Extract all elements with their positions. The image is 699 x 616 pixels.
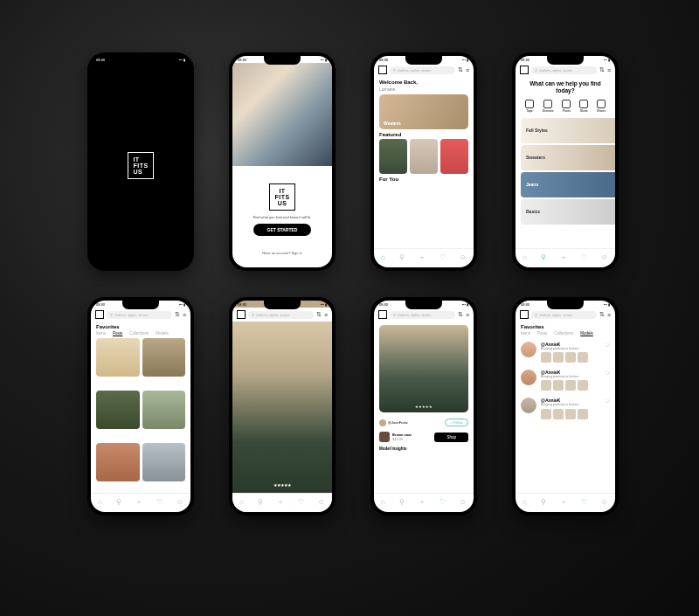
tab-user[interactable]: ☺ — [176, 498, 183, 506]
collection-strip[interactable]: Jeans — [521, 172, 615, 197]
featured-card[interactable] — [410, 139, 438, 174]
collection-strip[interactable]: Sweaters — [521, 145, 615, 170]
tab-models[interactable]: Models — [156, 331, 169, 336]
post-thumb[interactable] — [142, 391, 186, 429]
brand-icon[interactable] — [520, 310, 529, 319]
heart-icon[interactable]: ♡ — [605, 342, 610, 349]
search-input[interactable]: ⚲ clothes, styles, stores — [531, 311, 597, 319]
category-shoes[interactable]: Shoes — [597, 100, 606, 113]
tab-search[interactable]: ⚲ — [541, 253, 546, 261]
tab-user[interactable]: ☺ — [460, 253, 467, 261]
menu-icon[interactable]: ≡ — [183, 312, 186, 318]
search-input[interactable]: ⚲ clothes, styles, stores — [107, 311, 172, 319]
category-row: Tops Dresses Pants Skirts Shoes — [516, 100, 615, 116]
sign-in-link[interactable]: Have an account? Sign in — [232, 251, 332, 255]
follow-button[interactable]: + Follow — [445, 419, 468, 426]
post-image[interactable]: ★★★★★ — [232, 322, 332, 493]
tab-heart[interactable]: ♡ — [156, 498, 163, 506]
featured-card[interactable] — [440, 139, 468, 174]
category-pants[interactable]: Pants — [562, 100, 571, 113]
brand-icon[interactable] — [95, 310, 104, 319]
shop-button[interactable]: Shop — [434, 433, 468, 442]
tab-heart[interactable]: ♡ — [581, 253, 587, 261]
tab-items[interactable]: Items — [96, 331, 106, 336]
tab-collections[interactable]: Collections — [554, 331, 573, 336]
hero-card[interactable]: Western — [379, 94, 468, 129]
category-dresses[interactable]: Dresses — [543, 100, 554, 113]
tab-heart[interactable]: ♡ — [439, 253, 446, 261]
tab-home[interactable]: ⌂ — [381, 498, 385, 506]
tab-add[interactable]: ＋ — [419, 497, 426, 507]
tab-posts[interactable]: Posts — [113, 331, 122, 336]
filter-icon[interactable]: ⇅ — [316, 311, 322, 318]
tab-search[interactable]: ⚲ — [399, 253, 405, 261]
category-skirts[interactable]: Skirts — [579, 100, 588, 113]
search-input[interactable]: ⚲ clothes, styles, stores — [248, 311, 314, 319]
model-row[interactable]: @AnnieKBringing positivity to fashion ♡ — [516, 366, 615, 394]
category-tops[interactable]: Tops — [525, 100, 534, 113]
tab-search[interactable]: ⚲ — [116, 498, 121, 506]
post-thumb[interactable] — [96, 443, 140, 481]
brand-logo: ITFITSUS — [269, 183, 294, 211]
tab-search[interactable]: ⚲ — [541, 498, 546, 506]
tab-collections[interactable]: Collections — [129, 331, 149, 336]
tab-add[interactable]: ＋ — [560, 253, 567, 262]
tab-home[interactable]: ⌂ — [239, 498, 244, 506]
filter-icon[interactable]: ⇅ — [458, 311, 463, 318]
menu-icon[interactable]: ≡ — [607, 312, 611, 318]
model-row[interactable]: @AnnieKBringing positivity to fashion ♡ — [516, 394, 615, 422]
heart-icon[interactable]: ♡ — [605, 370, 610, 377]
filter-icon[interactable]: ⇅ — [599, 311, 605, 318]
menu-icon[interactable]: ≡ — [324, 312, 328, 318]
tab-add[interactable]: ＋ — [560, 497, 567, 507]
user-avatar[interactable] — [379, 419, 386, 426]
tab-search[interactable]: ⚲ — [258, 498, 263, 506]
tab-home[interactable]: ⌂ — [523, 253, 527, 261]
brand-icon[interactable] — [378, 66, 387, 74]
tab-user[interactable]: ☺ — [460, 498, 467, 506]
heart-icon[interactable]: ♡ — [605, 398, 610, 405]
tab-add[interactable]: ＋ — [277, 497, 284, 507]
tab-home[interactable]: ⌂ — [98, 498, 102, 506]
tab-add[interactable]: ＋ — [135, 497, 142, 507]
tab-models[interactable]: Models — [580, 331, 593, 336]
collection-strip[interactable]: Fall Styles — [521, 118, 615, 143]
post-thumb[interactable] — [96, 338, 140, 377]
menu-icon[interactable]: ≡ — [607, 67, 611, 73]
user-handle[interactable]: @JoanFranc — [388, 420, 408, 425]
tab-home[interactable]: ⌂ — [381, 253, 385, 261]
tab-heart[interactable]: ♡ — [581, 498, 587, 506]
tab-heart[interactable]: ♡ — [439, 498, 446, 506]
post-thumb[interactable] — [96, 391, 140, 429]
tab-user[interactable]: ☺ — [601, 253, 608, 261]
search-input[interactable]: ⚲ clothes, styles, stores — [390, 311, 455, 319]
tab-add[interactable]: ＋ — [419, 253, 426, 262]
filter-icon[interactable]: ⇅ — [175, 311, 180, 318]
filter-icon[interactable]: ⇅ — [599, 66, 605, 73]
model-row[interactable]: @AnnieKBringing positivity to fashion ♡ — [516, 338, 615, 366]
filter-icon[interactable]: ⇅ — [458, 66, 463, 73]
tab-user[interactable]: ☺ — [601, 498, 608, 506]
tab-posts[interactable]: Posts — [537, 331, 547, 336]
brand-icon[interactable] — [237, 310, 246, 319]
search-input[interactable]: ⚲ clothes, styles, stores — [531, 66, 597, 74]
tab-heart[interactable]: ♡ — [298, 498, 304, 506]
featured-heading: Featured — [374, 129, 474, 139]
menu-icon[interactable]: ≡ — [466, 312, 469, 318]
tab-home[interactable]: ⌂ — [523, 498, 527, 506]
post-thumb[interactable] — [142, 443, 186, 481]
product-image[interactable]: ★★★★★ — [379, 325, 468, 412]
tab-user[interactable]: ☺ — [318, 498, 325, 506]
screen-splash: 08:30••• ▮ ITFITSUS — [87, 52, 194, 271]
search-input[interactable]: ⚲ clothes, styles, stores — [390, 66, 455, 74]
collection-strip[interactable]: Basics — [521, 199, 615, 225]
featured-card[interactable] — [379, 139, 407, 174]
model-bio: Bringing positivity to fashion — [541, 375, 600, 378]
menu-icon[interactable]: ≡ — [466, 67, 469, 73]
tab-items[interactable]: Items — [521, 331, 530, 336]
tab-search[interactable]: ⚲ — [399, 498, 405, 506]
brand-icon[interactable] — [520, 66, 529, 74]
brand-icon[interactable] — [378, 310, 387, 319]
post-thumb[interactable] — [142, 338, 186, 377]
get-started-button[interactable]: GET STARTED — [253, 224, 312, 236]
